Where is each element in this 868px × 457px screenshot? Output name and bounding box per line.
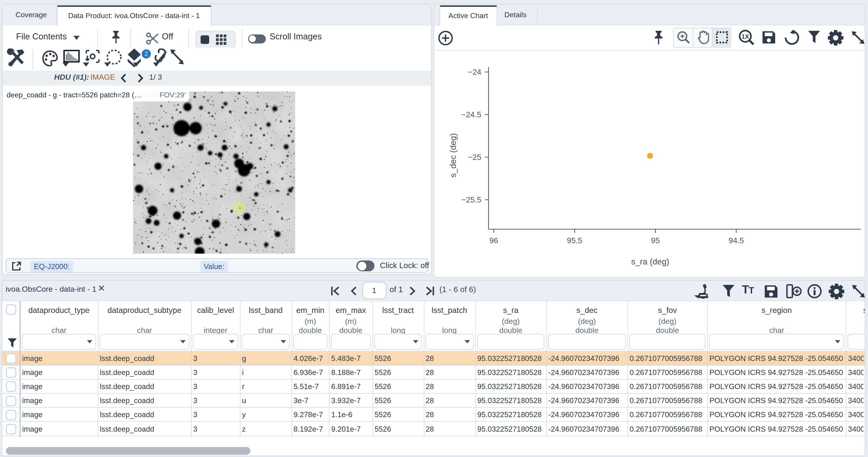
svg-text:s_ra (deg): s_ra (deg) (631, 257, 669, 266)
svg-text:−24: −24 (468, 67, 481, 76)
svg-text:96: 96 (489, 236, 498, 245)
svg-text:94.5: 94.5 (728, 236, 744, 245)
svg-text:1X: 1X (741, 33, 749, 40)
svg-text:95.5: 95.5 (567, 236, 582, 245)
svg-text:−25.5: −25.5 (461, 195, 481, 204)
svg-text:−24.5: −24.5 (461, 110, 481, 119)
svg-text:s_dec (deg): s_dec (deg) (448, 133, 458, 177)
svg-text:−25: −25 (468, 153, 481, 161)
svg-text:95: 95 (651, 236, 660, 245)
svg-text:2: 2 (144, 51, 148, 57)
